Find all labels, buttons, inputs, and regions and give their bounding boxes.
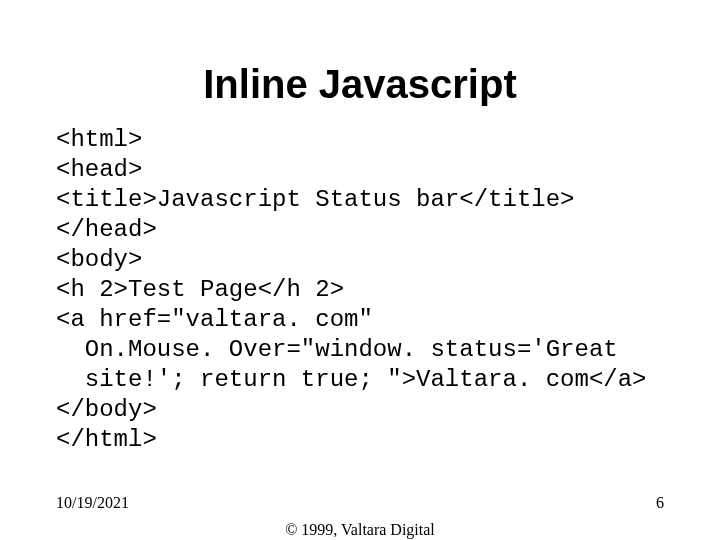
code-line: <h 2>Test Page</h 2> — [56, 276, 344, 303]
copyright-line1: © 1999, Valtara Digital — [285, 521, 435, 538]
footer-date: 10/19/2021 — [56, 494, 129, 512]
footer-copyright: © 1999, Valtara Digital Design/Blitzkrie… — [0, 520, 720, 540]
code-line: <title>Javascript Status bar</title> — [56, 186, 574, 213]
code-line: <head> — [56, 156, 142, 183]
code-line: <body> — [56, 246, 142, 273]
code-block: <html> <head> <title>Javascript Status b… — [56, 125, 680, 455]
code-line: <a href="valtara. com" — [56, 306, 373, 333]
code-line: <html> — [56, 126, 142, 153]
slide-title: Inline Javascript — [0, 0, 720, 125]
footer-page-number: 6 — [656, 494, 664, 512]
code-line: </head> — [56, 216, 157, 243]
slide: Inline Javascript <html> <head> <title>J… — [0, 0, 720, 540]
code-line: </html> — [56, 426, 157, 453]
code-line: On.Mouse. Over="window. status='Great — [56, 336, 618, 363]
code-line: site!'; return true; ">Valtara. com</a> — [56, 366, 647, 393]
code-line: </body> — [56, 396, 157, 423]
